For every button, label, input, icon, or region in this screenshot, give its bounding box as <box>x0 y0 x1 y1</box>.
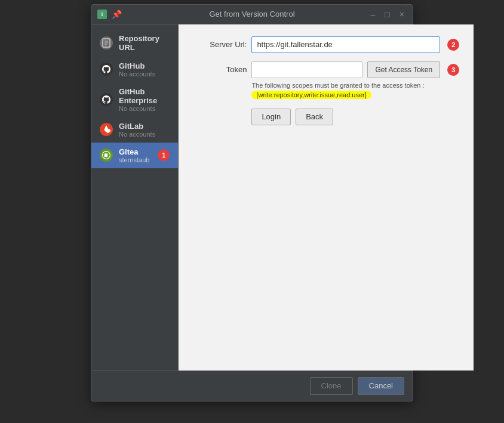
titlebar-left: I 📌 <box>97 10 122 19</box>
sidebar-item-name-repo-url: Repository URL <box>119 34 170 52</box>
token-input[interactable] <box>251 61 362 78</box>
server-url-input[interactable] <box>251 36 440 53</box>
sidebar-item-gitea[interactable]: Gitea sternstaub 1 <box>91 143 178 168</box>
cancel-button[interactable]: Cancel <box>358 377 404 395</box>
login-button[interactable]: Login <box>251 109 291 125</box>
dialog-title: Get from Version Control <box>209 10 294 18</box>
github-icon <box>100 63 113 76</box>
sidebar-item-github-enterprise[interactable]: GitHub Enterprise No accounts <box>91 82 178 117</box>
main-content: Server Url: 2 Token Get Access Token 3 T… <box>179 24 474 370</box>
dialog-footer: Clone Cancel <box>91 370 413 401</box>
token-row: Token Get Access Token 3 <box>193 61 459 78</box>
github-enterprise-icon <box>100 93 113 106</box>
gitea-icon <box>100 149 113 162</box>
sidebar-item-content-repo-url: Repository URL <box>119 34 170 52</box>
token-label: Token <box>193 65 247 74</box>
scopes-info: The following scopes must be granted to … <box>251 82 459 99</box>
gitlab-icon <box>100 123 113 136</box>
sidebar: Repository URL GitHub No accounts <box>91 24 179 370</box>
app-icon: I <box>97 10 107 19</box>
back-button[interactable]: Back <box>296 109 333 125</box>
sidebar-item-sub-github-enterprise: No accounts <box>119 105 170 112</box>
minimize-button[interactable]: – <box>368 8 378 20</box>
clone-button[interactable]: Clone <box>310 377 353 395</box>
sidebar-item-content-github: GitHub No accounts <box>119 61 155 78</box>
close-button[interactable]: × <box>397 8 407 20</box>
sidebar-item-github[interactable]: GitHub No accounts <box>91 57 178 82</box>
server-url-badge: 2 <box>447 39 459 51</box>
sidebar-item-content-gitea: Gitea sternstaub <box>119 147 149 163</box>
sidebar-item-content-github-enterprise: GitHub Enterprise No accounts <box>119 87 170 112</box>
scopes-highlight: [write:repository,write:issue,read:user] <box>251 91 371 99</box>
server-url-row: Server Url: 2 <box>193 36 459 53</box>
sidebar-item-repository-url[interactable]: Repository URL <box>91 29 178 57</box>
maximize-button[interactable]: □ <box>382 8 392 20</box>
sidebar-item-sub-gitlab: No accounts <box>119 131 155 138</box>
sidebar-item-name-github-enterprise: GitHub Enterprise <box>119 87 170 105</box>
server-url-label: Server Url: <box>193 40 247 49</box>
scopes-text: The following scopes must be granted to … <box>251 82 459 89</box>
sidebar-item-sub-github: No accounts <box>119 70 155 78</box>
sidebar-item-sub-gitea: sternstaub <box>119 156 149 163</box>
sidebar-item-name-gitlab: GitLab <box>119 122 155 131</box>
action-buttons: Login Back <box>251 109 459 125</box>
gitea-badge: 1 <box>158 149 170 161</box>
sidebar-item-name-github: GitHub <box>119 61 155 70</box>
get-access-badge: 3 <box>447 64 459 76</box>
pin-icon: 📌 <box>112 10 122 19</box>
titlebar-controls: – □ × <box>368 8 407 20</box>
sidebar-item-content-gitlab: GitLab No accounts <box>119 122 155 138</box>
get-access-token-button[interactable]: Get Access Token <box>367 61 440 78</box>
sidebar-item-name-gitea: Gitea <box>119 147 149 156</box>
sidebar-item-gitlab[interactable]: GitLab No accounts <box>91 117 178 143</box>
repo-icon <box>100 36 113 50</box>
